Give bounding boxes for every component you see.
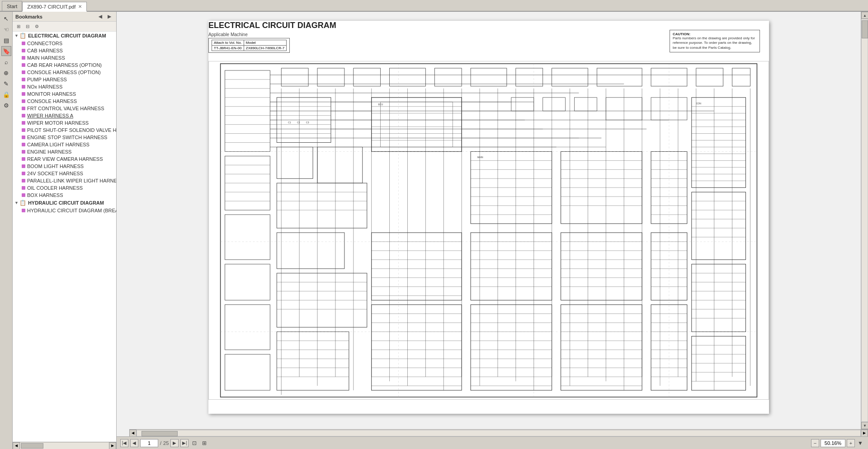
hscroll-left-btn[interactable]: ◀ bbox=[129, 430, 137, 437]
zoom-options-btn[interactable]: ▼ bbox=[856, 439, 864, 447]
bm-item-connectors[interactable]: CONNECTORS bbox=[13, 40, 116, 47]
bm-item-console[interactable]: CONSOLE HARNESS bbox=[13, 98, 116, 105]
pdf-scroll-area[interactable]: CAUTION: Parts numbers on the drawing ar… bbox=[117, 12, 861, 429]
nav-prev-btn[interactable]: ◀ bbox=[130, 439, 138, 447]
bm-item-wiper-a[interactable]: WIPER HARNESS A bbox=[13, 112, 116, 119]
bm-label-parallel-wiper: PARALLEL-LINK WIPER LIGHT HARNE bbox=[27, 178, 116, 183]
bottom-tool-icons: ⊡ ⊞ bbox=[190, 439, 208, 447]
nav-first-btn[interactable]: |◀ bbox=[120, 439, 128, 447]
fit-page-btn[interactable]: ⊡ bbox=[190, 439, 198, 447]
svg-rect-196 bbox=[561, 305, 642, 390]
bm-hydraulic-label: HYDRAULIC CIRCUIT DIAGRAM bbox=[28, 200, 104, 206]
cursor-tool-btn[interactable]: ↖ bbox=[1, 14, 11, 23]
bm-hydraulic-collapse-icon: ▼ bbox=[14, 201, 19, 205]
bm-item-pump[interactable]: PUMP HARNESS bbox=[13, 76, 116, 83]
bm-dot-box bbox=[22, 193, 25, 197]
bm-item-oil-cooler[interactable]: OIL COOLER HARNESS bbox=[13, 184, 116, 192]
zoom-input[interactable]: 50.16% bbox=[821, 439, 845, 447]
bm-dot-wiper-a bbox=[22, 114, 25, 117]
hscroll-track bbox=[137, 430, 861, 436]
bm-dot-rear-view bbox=[22, 157, 25, 161]
svg-rect-34 bbox=[471, 68, 507, 86]
scroll-up-btn[interactable]: ▲ bbox=[861, 12, 868, 19]
bm-item-monitor[interactable]: MONITOR HARNESS bbox=[13, 90, 116, 98]
search-tool-btn[interactable]: ⌕ bbox=[1, 57, 11, 67]
svg-rect-69 bbox=[277, 147, 313, 178]
bm-item-main[interactable]: MAIN HARNESS bbox=[13, 54, 116, 61]
bm-item-frt-control[interactable]: FRT CONTROL VALVE HARNESS bbox=[13, 105, 116, 112]
extra-tool-btn[interactable]: ⚙ bbox=[1, 100, 11, 110]
bm-item-cab[interactable]: CAB HARNESS bbox=[13, 47, 116, 54]
bm-scroll-right[interactable]: ▶ bbox=[109, 442, 116, 449]
caution-text: Parts numbers on the drawing are provide… bbox=[673, 36, 757, 50]
page-tool-btn[interactable]: ▤ bbox=[1, 35, 11, 45]
page-number-input[interactable]: 1 bbox=[140, 439, 158, 447]
bm-item-wiper-motor[interactable]: WIPER MOTOR HARNESS bbox=[13, 119, 116, 126]
svg-rect-33 bbox=[434, 68, 462, 86]
bm-item-camera-light[interactable]: CAMERA LIGHT HARNESS bbox=[13, 141, 116, 148]
bm-label-hydraulic-brea: HYDRAULIC CIRCUIT DIAGRAM (BREA bbox=[27, 208, 116, 213]
tab-pdf[interactable]: ZX890-7 CIRCUIT.pdf ✕ bbox=[22, 2, 87, 12]
bm-label-engine-stop: ENGINE STOP SWITCH HARNESS bbox=[27, 135, 107, 140]
bookmarks-collapse-btn[interactable]: ▶ bbox=[105, 13, 113, 21]
bm-item-engine[interactable]: ENGINE HARNESS bbox=[13, 148, 116, 155]
svg-text:CON: CON bbox=[696, 102, 701, 105]
circuit-diagram: C1 C2 C3 ECU MAIN CON bbox=[208, 61, 769, 400]
bm-item-24v-socket[interactable]: 24V SOCKET HARNESS bbox=[13, 170, 116, 177]
bm-item-box[interactable]: BOX HARNESS bbox=[13, 192, 116, 199]
right-scrollbar[interactable]: ▲ ▼ bbox=[861, 12, 868, 429]
bm-dot-parallel-wiper bbox=[22, 179, 25, 182]
bm-item-console-option[interactable]: CONSOLE HARNESS (OPTION) bbox=[13, 69, 116, 76]
tab-start-label: Start bbox=[7, 4, 17, 9]
bm-options-btn[interactable]: ⚙ bbox=[33, 23, 41, 31]
bm-item-rear-view[interactable]: REAR VIEW CAMERA HARNESS bbox=[13, 155, 116, 163]
bm-item-nox[interactable]: NOx HARNESS bbox=[13, 83, 116, 90]
zoom-tool-btn[interactable]: ⊕ bbox=[1, 68, 11, 78]
bm-dot-cab bbox=[22, 49, 25, 52]
bm-item-boom-light[interactable]: BOOM LIGHT HARNESS bbox=[13, 163, 116, 170]
scroll-down-btn[interactable]: ▼ bbox=[861, 422, 868, 429]
bookmarks-hscroll[interactable]: ◀ ▶ bbox=[13, 442, 116, 449]
page-separator: / bbox=[160, 440, 161, 446]
bm-collapse-all-btn[interactable]: ⊟ bbox=[24, 23, 32, 31]
bm-item-parallel-wiper[interactable]: PARALLEL-LINK WIPER LIGHT HARNE bbox=[13, 177, 116, 184]
svg-rect-3 bbox=[225, 215, 270, 260]
hand-tool-btn[interactable]: ☜ bbox=[1, 24, 11, 34]
bm-dot-pilot-shutoff bbox=[22, 128, 25, 132]
bm-item-engine-stop[interactable]: ENGINE STOP SWITCH HARNESS bbox=[13, 134, 116, 141]
lock-tool-btn[interactable]: 🔒 bbox=[1, 89, 11, 99]
bm-label-24v-socket: 24V SOCKET HARNESS bbox=[27, 171, 83, 176]
fit-width-btn[interactable]: ⊞ bbox=[200, 439, 208, 447]
nav-last-btn[interactable]: ▶| bbox=[180, 439, 189, 447]
zoom-out-btn[interactable]: − bbox=[811, 439, 819, 447]
bm-hydraulic-parent[interactable]: ▼ 📋 HYDRAULIC CIRCUIT DIAGRAM bbox=[13, 199, 116, 207]
bm-electrical-parent[interactable]: ▼ 📋 ELECTRICAL CIRCUIT DIAGRAM bbox=[13, 32, 116, 40]
tab-start[interactable]: Start bbox=[2, 1, 22, 11]
annotation-tool-btn[interactable]: ✎ bbox=[1, 79, 11, 89]
tab-close-icon[interactable]: ✕ bbox=[78, 4, 82, 9]
svg-rect-167 bbox=[561, 233, 642, 300]
svg-rect-235 bbox=[574, 98, 597, 111]
bm-scroll-left[interactable]: ◀ bbox=[13, 442, 20, 449]
bookmarks-expand-btn[interactable]: ◀ bbox=[96, 13, 104, 21]
bottom-scrollbar[interactable]: ◀ ▶ bbox=[129, 429, 868, 436]
bm-label-boom-light: BOOM LIGHT HARNESS bbox=[27, 164, 84, 169]
bm-item-pilot-shutoff[interactable]: PILOT SHUT-OFF SOLENOID VALVE H bbox=[13, 126, 116, 134]
bm-dot-wiper-motor bbox=[22, 121, 25, 125]
svg-rect-0 bbox=[221, 64, 757, 397]
bm-expand-all-btn[interactable]: ⊞ bbox=[14, 23, 23, 31]
bm-item-hydraulic-brea[interactable]: HYDRAULIC CIRCUIT DIAGRAM (BREA bbox=[13, 207, 116, 214]
bm-item-cab-rear[interactable]: CAB REAR HARNESS (OPTION) bbox=[13, 61, 116, 69]
bm-label-cab: CAB HARNESS bbox=[27, 48, 63, 53]
bm-dot-camera-light bbox=[22, 143, 25, 146]
bm-hydraulic-doc-icon: 📋 bbox=[19, 200, 26, 206]
hscroll-right-btn[interactable]: ▶ bbox=[861, 430, 868, 437]
zoom-in-btn[interactable]: + bbox=[847, 439, 855, 447]
nav-next-btn[interactable]: ▶ bbox=[170, 439, 179, 447]
svg-rect-91 bbox=[372, 98, 462, 152]
bm-label-main: MAIN HARNESS bbox=[27, 55, 65, 61]
attach-value: TT-JBR41-EN-00 bbox=[212, 46, 244, 51]
pdf-and-scrollbar: CAUTION: Parts numbers on the drawing ar… bbox=[117, 12, 868, 429]
svg-rect-32 bbox=[390, 68, 426, 86]
bookmarks-tool-btn[interactable]: 🔖 bbox=[1, 46, 11, 56]
